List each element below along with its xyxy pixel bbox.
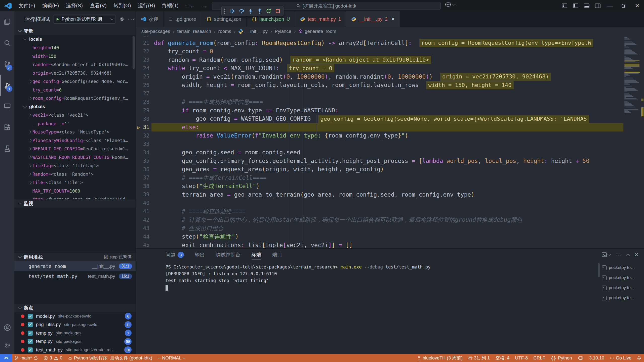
tab-.gdignore[interactable]: .gdignore: [164, 11, 201, 27]
terminal-scrollbar[interactable]: [598, 263, 600, 277]
debug-stop-button[interactable]: [275, 8, 281, 14]
code-line[interactable]: 27: [136, 89, 644, 98]
code-line[interactable]: 21def generate_room(room_config: RoomReq…: [136, 39, 644, 48]
terminal-instance-item[interactable]: pocketpy te…: [602, 273, 641, 283]
callstack-frame[interactable]: generate_room__init__.py31:1: [14, 261, 136, 271]
code-line[interactable]: 41 # ====检查连通性====: [136, 207, 644, 216]
toggle-secondary-sidebar-icon[interactable]: [595, 4, 600, 8]
variable-row[interactable]: Tile = <class 'Tile'>: [14, 178, 136, 187]
breadcrumb-item[interactable]: generate_room: [298, 29, 336, 34]
settings-gear-icon[interactable]: [0, 336, 14, 354]
go-live-item[interactable]: Go Live: [607, 354, 634, 362]
activity-search-icon[interactable]: [0, 32, 14, 54]
callstack-frame[interactable]: test/test_math.pytest_math.py16:1: [14, 271, 136, 281]
code-line[interactable]: ▷31 else:: [136, 123, 644, 132]
close-icon[interactable]: ×: [391, 16, 395, 22]
variable-row[interactable]: MAX_TRY_COUNT = 1000: [14, 187, 136, 195]
breakpoint-checkbox[interactable]: [28, 339, 33, 344]
line-gutter[interactable]: 32: [136, 131, 151, 140]
tab-test_math.py[interactable]: test_math.py1: [295, 11, 346, 27]
chevron-down-icon[interactable]: [608, 253, 611, 256]
maximize-panel-icon[interactable]: [626, 254, 630, 257]
breadcrumb-item[interactable]: Pylance: [275, 29, 291, 34]
customize-layout-icon[interactable]: [562, 4, 567, 8]
code-line[interactable]: 33: [136, 140, 644, 149]
code-line[interactable]: 45 exit_combinations: list[tuple[vec2i, …: [136, 241, 644, 249]
code-line[interactable]: 32 raise ValueError(f"Invalid env type: …: [136, 131, 644, 140]
variable-row[interactable]: PlanetaryWindConfig = <class 'Planeta…: [14, 136, 136, 145]
code-line[interactable]: 20: [136, 36, 644, 39]
encoding-item[interactable]: UTF-8: [512, 354, 531, 362]
toggle-panel-icon[interactable]: [584, 4, 589, 8]
variable-row[interactable]: geo_config = GeoConfig(seed=None, wor…: [14, 77, 136, 86]
eol-item[interactable]: CRLF: [531, 354, 548, 362]
line-gutter[interactable]: 38: [136, 182, 151, 191]
line-gutter[interactable]: ▷31: [136, 123, 151, 132]
code-line[interactable]: 42 # 计算每一个出口的中心，然后使用astar生成路径，确保每一个出口组合都…: [136, 216, 644, 224]
variable-row[interactable]: width = 150: [14, 52, 136, 61]
code-line[interactable]: 40: [136, 199, 644, 207]
line-gutter[interactable]: 37: [136, 174, 151, 182]
panel-tab-问题[interactable]: 问题3: [166, 249, 184, 261]
watch-section-header[interactable]: 监视: [14, 199, 136, 208]
git-branch-item[interactable]: main*: [12, 354, 41, 362]
notifications-bell-icon[interactable]: [634, 354, 644, 362]
tab-欢迎[interactable]: 欢迎: [136, 11, 164, 27]
panel-more-actions-icon[interactable]: ···: [615, 252, 622, 258]
start-debug-icon[interactable]: [56, 17, 60, 21]
code-line[interactable]: 44 step("检查连通性"): [136, 233, 644, 241]
activity-extensions-icon[interactable]: [0, 117, 14, 138]
line-gutter[interactable]: 29: [136, 106, 151, 115]
breakpoint-checkbox[interactable]: [28, 322, 33, 327]
python-version-item[interactable]: 3.10.10: [586, 354, 607, 362]
line-gutter[interactable]: 25: [136, 73, 151, 81]
breakpoint-row[interactable]: model.pysite-packages\wfc6: [14, 312, 136, 321]
breakpoint-checkbox[interactable]: [28, 347, 33, 352]
breadcrumb-item[interactable]: site-packages: [141, 29, 170, 34]
problems-item[interactable]: 3 0: [41, 354, 65, 362]
scrollbar[interactable]: [133, 36, 135, 69]
activity-source-control-icon[interactable]: 3: [0, 54, 14, 75]
activity-run-debug-icon[interactable]: 1: [0, 75, 14, 96]
close-window-button[interactable]: ✕: [630, 0, 644, 11]
launch-config-dropdown[interactable]: Python 调试程序: 启: [54, 15, 115, 24]
code-line[interactable]: 36 geo_area = request_area(origin, width…: [136, 165, 644, 174]
drag-grip-icon[interactable]: [224, 8, 226, 14]
panel-tab-调试控制台[interactable]: 调试控制台: [216, 249, 240, 261]
minimap[interactable]: [623, 36, 641, 248]
copilot-menu-button[interactable]: [445, 2, 455, 7]
code-line[interactable]: 37 # ====生成TerrainCell====: [136, 174, 644, 182]
line-gutter[interactable]: 39: [136, 191, 151, 199]
debug-step-out-button[interactable]: [257, 8, 263, 14]
debug-session-item[interactable]: Python 调试程序: 启动文件 (godot-ldtk): [65, 354, 155, 362]
code-line[interactable]: 39 terrain_area = geo_area_to_terrain(ge…: [136, 191, 644, 199]
menu-item[interactable]: 编辑(E): [39, 0, 63, 11]
variable-row[interactable]: __package__ = '': [14, 119, 136, 128]
variables-group-locals[interactable]: locals: [14, 35, 136, 44]
variable-row[interactable]: NoiseType = <class 'NoiseType'>: [14, 128, 136, 137]
line-gutter[interactable]: 44: [136, 233, 151, 241]
breakpoint-row[interactable]: temp.pysite-packages1: [14, 329, 136, 337]
code-line[interactable]: 23 random = Random(room_config.seed)rand…: [136, 56, 644, 64]
line-gutter[interactable]: 30: [136, 115, 151, 123]
variable-row[interactable]: Random = <class 'Random'>: [14, 170, 136, 178]
variable-row[interactable]: DEFAULT_GEO_CONFIG = GeoConfig(seed=1…: [14, 145, 136, 153]
remote-indicator[interactable]: ><: [0, 354, 12, 362]
tab-__init__.py[interactable]: __init__.py2×: [346, 11, 400, 27]
line-gutter[interactable]: 26: [136, 81, 151, 89]
breadcrumb-item[interactable]: __init__.py: [238, 29, 267, 34]
line-gutter[interactable]: 34: [136, 148, 151, 157]
panel-tab-端口[interactable]: 端口: [272, 249, 282, 261]
debug-restart-button[interactable]: [266, 8, 272, 14]
variable-row[interactable]: random = <Random object at 0x1bf9d01e…: [14, 61, 136, 69]
variable-row[interactable]: origin = vec2i(7205730, 9024468): [14, 69, 136, 77]
code-line[interactable]: 29 if room_config.env_type == EnvType.WA…: [136, 106, 644, 115]
code-line[interactable]: 25 origin = vec2i(random.randint(0, 1000…: [136, 73, 644, 81]
code-line[interactable]: 22 try_count = 0: [136, 47, 644, 56]
breakpoint-checkbox[interactable]: [28, 314, 33, 319]
breakpoint-checkbox[interactable]: [28, 331, 33, 336]
panel-tab-终端[interactable]: 终端: [252, 249, 261, 261]
close-panel-icon[interactable]: ✕: [634, 252, 638, 258]
line-gutter[interactable]: 35: [136, 157, 151, 165]
line-gutter[interactable]: 40: [136, 199, 151, 207]
